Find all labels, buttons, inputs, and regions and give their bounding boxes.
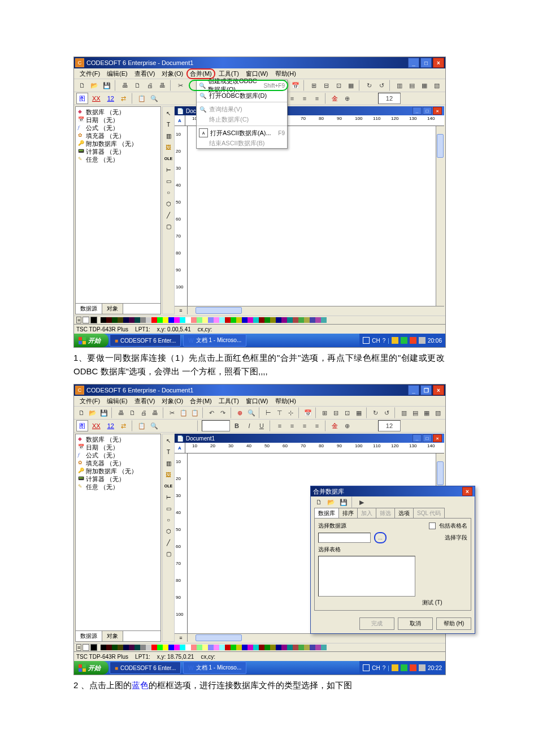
rect-tool-icon[interactable]: ▭: [163, 176, 173, 186]
circle-tool-icon[interactable]: ○: [163, 187, 173, 197]
font-inc-icon[interactable]: ⊕: [342, 93, 353, 104]
barcode-tool-icon[interactable]: ▥: [163, 458, 173, 468]
close-button[interactable]: ×: [433, 385, 444, 395]
barcode-icon[interactable]: ▧: [431, 80, 442, 91]
italic-icon[interactable]: I: [244, 420, 255, 431]
color-swatch[interactable]: [315, 645, 321, 650]
color-swatch[interactable]: [185, 317, 191, 323]
color-swatch[interactable]: [134, 645, 140, 650]
color-swatch[interactable]: [106, 317, 112, 323]
menu-window[interactable]: 窗口(W): [242, 396, 272, 407]
tree-item-extdb[interactable]: 🔑附加数据库 （无）: [78, 140, 158, 148]
cancel-button[interactable]: 取消: [398, 617, 433, 630]
color-swatch[interactable]: [276, 645, 281, 650]
restore-button[interactable]: ❐: [420, 385, 432, 395]
image-tool-icon[interactable]: 🖼: [163, 469, 173, 479]
color-swatch[interactable]: [270, 317, 276, 323]
font-inc-icon[interactable]: ⊕: [342, 420, 353, 431]
menu-tools[interactable]: 工具(T): [215, 396, 242, 407]
color-swatch[interactable]: [197, 645, 202, 650]
align-icon[interactable]: ⊟: [320, 80, 332, 91]
close-button[interactable]: ×: [433, 58, 444, 68]
menu-object[interactable]: 对象(O): [158, 68, 186, 79]
tray-network-icon[interactable]: [401, 664, 407, 671]
tab-join[interactable]: 加入: [357, 508, 376, 518]
align-center-icon[interactable]: ≡: [286, 93, 298, 104]
text-tool-icon[interactable]: T: [163, 119, 173, 129]
color-swatch[interactable]: [248, 645, 253, 650]
color-swatch[interactable]: [185, 645, 191, 650]
color-swatch[interactable]: [106, 645, 112, 650]
search-icon[interactable]: 🔍: [149, 93, 160, 104]
color-swatch[interactable]: [208, 317, 214, 323]
print-icon[interactable]: 🖶: [116, 407, 126, 418]
color-swatch[interactable]: [304, 645, 310, 650]
minimize-button[interactable]: _: [408, 58, 419, 68]
color-swatch[interactable]: [287, 645, 293, 650]
copy-icon[interactable]: 📋: [178, 407, 188, 418]
barcode-icon[interactable]: ▤: [406, 80, 418, 91]
size-button[interactable]: 12: [105, 93, 117, 104]
open-icon[interactable]: 📂: [89, 80, 100, 91]
menu-file[interactable]: 文件(F): [76, 396, 103, 407]
tray-lang-icon[interactable]: CH: [372, 338, 380, 344]
color-swatch[interactable]: [219, 317, 225, 323]
browse-button[interactable]: …: [374, 532, 387, 543]
color-swatch[interactable]: [281, 317, 287, 323]
color-swatch[interactable]: [163, 645, 168, 650]
menu-edit[interactable]: 编辑(E): [103, 68, 131, 79]
color-swatch[interactable]: [321, 645, 327, 650]
color-mode-icon[interactable]: ≡: [76, 317, 81, 323]
print-setup-icon[interactable]: 🖨: [138, 407, 149, 418]
tree-item-formula[interactable]: 𝑓公式 （无）: [78, 451, 158, 459]
tree-item-extdb[interactable]: 🔑附加数据库 （无）: [78, 467, 158, 475]
color-swatch[interactable]: [174, 645, 180, 650]
text-tool-icon[interactable]: T: [163, 447, 173, 457]
vline-icon[interactable]: ⊤: [275, 407, 285, 418]
hline-tool-icon[interactable]: ⊢: [163, 492, 173, 502]
color-swatch[interactable]: [248, 317, 253, 323]
search-icon[interactable]: 🔍: [149, 420, 160, 431]
printer-icon[interactable]: 🖶: [150, 407, 160, 418]
tray-vol-icon[interactable]: [419, 664, 426, 671]
color-swatch[interactable]: [242, 645, 248, 650]
align-left-icon[interactable]: ≡: [274, 420, 285, 431]
line-tool-icon[interactable]: ╱: [163, 537, 173, 547]
color-swatch[interactable]: [112, 317, 118, 323]
printer-icon[interactable]: 🖶: [157, 80, 168, 91]
poly-tool-icon[interactable]: ⬡: [163, 526, 173, 536]
image-button[interactable]: 图: [76, 420, 88, 431]
copy-icon[interactable]: 📋: [136, 420, 147, 431]
doc-maximize-button[interactable]: □: [423, 107, 432, 115]
calendar-icon[interactable]: 📅: [303, 407, 313, 418]
new-icon[interactable]: 🗋: [76, 407, 86, 418]
tab-options[interactable]: 选项: [394, 508, 414, 518]
color-swatch[interactable]: [118, 645, 123, 650]
color-swatch[interactable]: [264, 645, 270, 650]
tray-help-icon[interactable]: ?: [383, 338, 386, 344]
font-color-icon[interactable]: 金: [329, 420, 341, 431]
rotate-icon[interactable]: ↺: [376, 80, 387, 91]
rotate-icon[interactable]: ↺: [382, 407, 392, 418]
cut-icon[interactable]: ✂: [175, 80, 186, 91]
barcode-icon[interactable]: ▦: [422, 407, 432, 418]
save-icon[interactable]: 💾: [101, 80, 112, 91]
circle-tool-icon[interactable]: ○: [163, 515, 173, 525]
rrect-tool-icon[interactable]: ▢: [163, 221, 173, 231]
color-swatch[interactable]: [259, 317, 264, 323]
color-swatch[interactable]: [146, 317, 151, 323]
barcode-icon[interactable]: ▥: [399, 407, 409, 418]
color-swatch[interactable]: [123, 317, 129, 323]
color-swatch[interactable]: [112, 645, 118, 650]
color-swatch[interactable]: [281, 645, 287, 650]
test-button[interactable]: 测试 (T): [422, 599, 467, 607]
color-swatch[interactable]: [293, 645, 298, 650]
menu-object[interactable]: 对象(O): [158, 396, 186, 407]
tab-data-source[interactable]: 数据源: [76, 631, 102, 641]
tree-item-filler[interactable]: ✿填充器 （无）: [78, 459, 158, 467]
color-swatch[interactable]: [242, 317, 248, 323]
rrect-tool-icon[interactable]: ▢: [163, 548, 173, 559]
line-tool-icon[interactable]: ╱: [163, 210, 173, 220]
bg-color-icon[interactable]: [90, 317, 97, 323]
color-swatch[interactable]: [163, 317, 168, 323]
